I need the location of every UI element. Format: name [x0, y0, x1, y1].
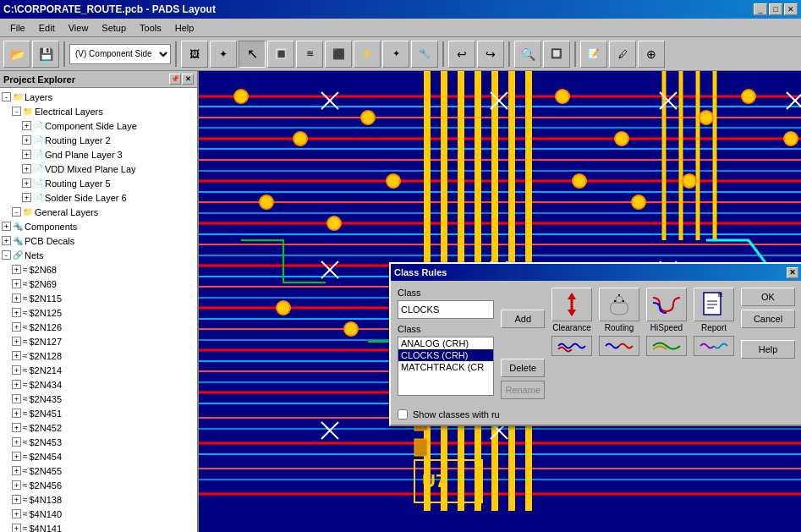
- layer-dropdown[interactable]: (V) Component Side l Routing Layer 2 Rou…: [69, 44, 171, 64]
- show-classes-checkbox[interactable]: [398, 409, 408, 420]
- tree-item-layers[interactable]: -📁Layers: [2, 90, 195, 104]
- tree-expand-comp-side[interactable]: +: [22, 121, 31, 130]
- tree-item-vdd-plane[interactable]: +📄VDD Mixed Plane Lay: [2, 162, 195, 176]
- undo-btn[interactable]: ↩: [448, 41, 475, 68]
- clearance-icon-btn2[interactable]: [551, 336, 592, 356]
- zoom-btn[interactable]: 🔍: [514, 41, 541, 68]
- tree-item-2n68[interactable]: +≈$2N68: [2, 262, 195, 277]
- menu-edit[interactable]: Edit: [32, 21, 62, 35]
- routing-icon-btn2[interactable]: [599, 336, 639, 356]
- tb-btn1[interactable]: 🖼: [181, 41, 208, 68]
- tree-expand-2n69[interactable]: +: [12, 279, 21, 288]
- tree-item-2n128[interactable]: +≈$2N128: [2, 348, 195, 363]
- tree-item-2n126[interactable]: +≈$2N126: [2, 320, 195, 334]
- save-btn[interactable]: 💾: [32, 41, 59, 68]
- report-icon-btn[interactable]: Report: [694, 288, 734, 332]
- tb-btn4[interactable]: 🔳: [267, 41, 294, 68]
- tree-item-comp-side[interactable]: +📄Component Side Laye: [2, 118, 195, 133]
- tree-expand-solder-side[interactable]: +: [22, 193, 31, 202]
- routing-icon-btn[interactable]: Routing: [599, 288, 639, 332]
- tree-item-nets[interactable]: -🔗Nets: [2, 248, 195, 262]
- tree-expand-vdd-plane[interactable]: +: [22, 164, 31, 173]
- tree-expand-pcb-decals[interactable]: +: [2, 236, 11, 245]
- tree-expand-4n138[interactable]: +: [12, 495, 21, 504]
- tb-btn13[interactable]: ⊕: [638, 41, 665, 68]
- tree-expand-2n435[interactable]: +: [12, 394, 21, 403]
- tree-expand-routing-2[interactable]: +: [22, 135, 31, 145]
- tb-btn7[interactable]: ⚡: [354, 41, 381, 68]
- tree-item-gnd-plane[interactable]: +📄Gnd Plane Layer 3: [2, 147, 195, 162]
- ok-btn[interactable]: OK: [741, 288, 795, 306]
- tree-item-2n434[interactable]: +≈$2N434: [2, 377, 195, 392]
- tree-expand-layers[interactable]: -: [2, 92, 11, 101]
- tree-item-2n115[interactable]: +≈$2N115: [2, 291, 195, 305]
- tb-btn5[interactable]: ≋: [296, 41, 323, 68]
- minimize-btn[interactable]: _: [754, 3, 767, 15]
- tree-item-solder-side[interactable]: +📄Solder Side Layer 6: [2, 190, 195, 205]
- tree-expand-gnd-plane[interactable]: +: [22, 150, 31, 159]
- delete-btn[interactable]: Delete: [501, 359, 545, 377]
- tree-expand-4n141[interactable]: +: [12, 524, 21, 532]
- tree-item-routing-2[interactable]: +📄Routing Layer 2: [2, 133, 195, 147]
- tree-item-2n453[interactable]: +≈$2N453: [2, 435, 195, 449]
- tree-item-2n125[interactable]: +≈$2N125: [2, 305, 195, 320]
- tree-expand-2n451[interactable]: +: [12, 409, 21, 418]
- class-listbox[interactable]: ANALOG (CRH) CLOCKS (CRH) MATCHTRACK (CR: [398, 337, 494, 396]
- tree-item-4n138[interactable]: +≈$4N138: [2, 492, 195, 507]
- tree-item-2n454[interactable]: +≈$2N454: [2, 449, 195, 463]
- tree-item-routing-5[interactable]: +📄Routing Layer 5: [2, 176, 195, 190]
- menu-view[interactable]: View: [62, 21, 96, 35]
- clearance-icon-btn[interactable]: Clearance: [551, 288, 592, 332]
- panel-pin-btn[interactable]: 📌: [169, 74, 181, 85]
- tree-item-2n127[interactable]: +≈$2N127: [2, 334, 195, 348]
- tree-item-pcb-decals[interactable]: +🔩PCB Decals: [2, 233, 195, 248]
- cancel-btn[interactable]: Cancel: [741, 310, 795, 328]
- tree-expand-2n453[interactable]: +: [12, 437, 21, 447]
- tree-item-2n435[interactable]: +≈$2N435: [2, 392, 195, 406]
- hispeed-icon-btn[interactable]: HiSpeed: [646, 288, 687, 332]
- help-btn[interactable]: Help: [741, 340, 795, 359]
- tree-item-gen-layers[interactable]: -📁General Layers: [2, 205, 195, 219]
- tb-btn2[interactable]: ✦: [210, 41, 237, 68]
- tree-expand-2n214[interactable]: +: [12, 365, 21, 375]
- menu-file[interactable]: File: [3, 21, 32, 35]
- select-btn[interactable]: ↖: [239, 41, 266, 68]
- listbox-item-matchtrack[interactable]: MATCHTRACK (CR: [398, 361, 493, 373]
- tree-item-4n140[interactable]: +≈$4N140: [2, 507, 195, 521]
- tree-expand-gen-layers[interactable]: -: [12, 207, 21, 217]
- menu-setup[interactable]: Setup: [95, 21, 133, 35]
- tree-item-2n451[interactable]: +≈$2N451: [2, 406, 195, 420]
- tree-expand-2n454[interactable]: +: [12, 452, 21, 461]
- tree-expand-2n126[interactable]: +: [12, 322, 21, 332]
- tree-item-2n69[interactable]: +≈$2N69: [2, 277, 195, 291]
- tree-item-4n141[interactable]: +≈$4N141: [2, 521, 195, 532]
- tree-expand-2n456[interactable]: +: [12, 480, 21, 490]
- tree-expand-nets[interactable]: -: [2, 250, 11, 260]
- tree-item-2n455[interactable]: +≈$2N455: [2, 463, 195, 478]
- tree-item-2n456[interactable]: +≈$2N456: [2, 478, 195, 492]
- tree-expand-elec-layers[interactable]: -: [12, 107, 21, 116]
- tb-btn11[interactable]: 📝: [580, 41, 607, 68]
- hispeed-icon-btn2[interactable]: [646, 336, 687, 356]
- listbox-item-clocks[interactable]: CLOCKS (CRH): [398, 349, 493, 361]
- tree-item-components[interactable]: +🔩Components: [2, 219, 195, 233]
- app-close-btn[interactable]: ✕: [784, 3, 798, 15]
- tree-expand-routing-5[interactable]: +: [22, 178, 31, 188]
- listbox-item-analog[interactable]: ANALOG (CRH): [398, 337, 493, 349]
- tb-btn9[interactable]: 🔧: [411, 41, 438, 68]
- redo-btn[interactable]: ↪: [477, 41, 504, 68]
- tree-expand-2n455[interactable]: +: [12, 466, 21, 475]
- tree-item-2n214[interactable]: +≈$2N214: [2, 363, 195, 377]
- tree-expand-2n128[interactable]: +: [12, 351, 21, 360]
- tb-btn6[interactable]: ⬛: [325, 41, 352, 68]
- menu-tools[interactable]: Tools: [133, 21, 168, 35]
- tb-btn8[interactable]: ✦: [382, 41, 409, 68]
- tree-expand-2n115[interactable]: +: [12, 293, 21, 303]
- tree-expand-components[interactable]: +: [2, 222, 11, 231]
- tb-btn12[interactable]: 🖊: [609, 41, 636, 68]
- add-btn[interactable]: Add: [501, 310, 545, 328]
- tree-expand-4n140[interactable]: +: [12, 509, 21, 518]
- class-input[interactable]: [398, 300, 494, 319]
- report-icon-btn2[interactable]: [694, 336, 734, 356]
- tree-expand-2n452[interactable]: +: [12, 423, 21, 432]
